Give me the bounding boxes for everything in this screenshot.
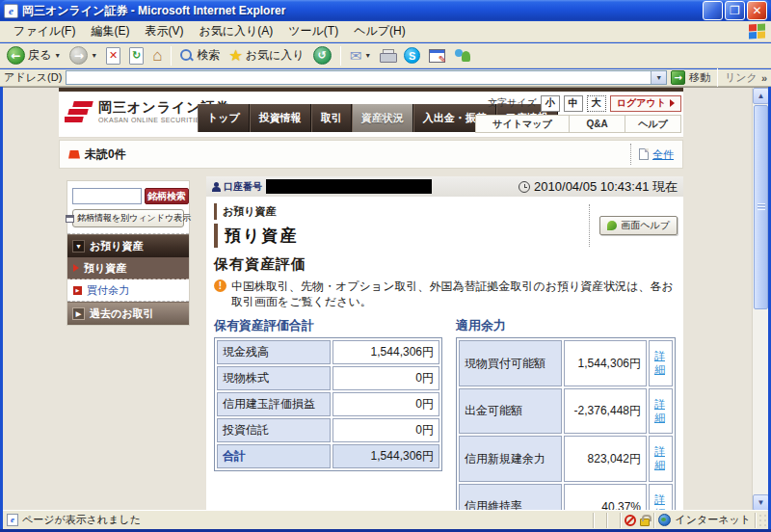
qa-button[interactable]: Q&A bbox=[569, 116, 625, 132]
scroll-thumb[interactable] bbox=[754, 105, 768, 309]
address-dropdown-icon[interactable]: ▼ bbox=[651, 71, 666, 84]
vertical-scrollbar[interactable]: ▲ ▼ bbox=[752, 88, 768, 510]
row-label: 現物買付可能額 bbox=[459, 340, 562, 386]
stop-button[interactable]: ✕ bbox=[103, 46, 123, 66]
forward-dropdown-icon[interactable]: ▼ bbox=[91, 52, 97, 59]
forward-button[interactable]: → ▼ bbox=[66, 45, 100, 66]
menu-favorites[interactable]: お気に入り(A) bbox=[191, 21, 280, 41]
help-link-button[interactable]: ヘルプ bbox=[625, 116, 680, 132]
margin-table: 現物買付可能額 1,544,306円 詳細 出金可能額 -2,376,448円 … bbox=[456, 337, 676, 510]
home-icon: ⌂ bbox=[152, 47, 162, 64]
go-icon[interactable]: → bbox=[671, 70, 685, 85]
font-size-medium-button[interactable]: 中 bbox=[564, 95, 583, 112]
skype-button[interactable]: S bbox=[401, 46, 423, 65]
links-chevron-icon[interactable]: » bbox=[761, 72, 767, 84]
sidebar-item-deposit-assets[interactable]: 預り資産 bbox=[67, 257, 189, 279]
links-label[interactable]: リンク bbox=[725, 70, 758, 85]
menu-tools[interactable]: ツール(T) bbox=[280, 21, 346, 41]
table-row: 現物買付可能額 1,544,306円 詳細 bbox=[459, 340, 673, 386]
zone-label: インターネット bbox=[675, 513, 751, 527]
logout-button[interactable]: ログアウト bbox=[610, 95, 681, 112]
menu-edit[interactable]: 編集(E) bbox=[83, 21, 137, 41]
row-value: 0円 bbox=[332, 366, 439, 390]
row-label: 投資信託 bbox=[217, 418, 331, 442]
print-button[interactable] bbox=[377, 48, 398, 63]
main-content: 口座番号 2010/04/05 10:43:41 現在 お預り資産 預り資産 画… bbox=[206, 176, 683, 510]
favorites-button[interactable]: ★ お気に入り bbox=[226, 46, 306, 65]
go-button[interactable]: 移動 bbox=[689, 70, 710, 85]
table-row: 現金残高 1,544,306円 bbox=[217, 340, 439, 364]
message-bar: 未読0件 全件 bbox=[59, 140, 683, 169]
messenger-button[interactable] bbox=[451, 47, 474, 64]
margin-table-title: 適用余力 bbox=[456, 317, 676, 334]
tab-invest-info[interactable]: 投資情報 bbox=[250, 104, 311, 132]
status-text: ページが表示されました bbox=[22, 513, 141, 527]
back-button[interactable]: ← 戻る ▼ bbox=[4, 45, 64, 66]
detail-link[interactable]: 詳細 bbox=[654, 398, 667, 425]
status-bar: e ページが表示されました インターネット bbox=[3, 510, 768, 529]
maximize-button[interactable]: ❐ bbox=[725, 1, 745, 20]
edit-button[interactable] bbox=[426, 48, 448, 64]
account-number-label: 口座番号 bbox=[224, 180, 262, 194]
page-viewport: 岡三オンライン証券 OKASAN ONLINE SECURITIES トップ 投… bbox=[3, 87, 768, 510]
detail-link[interactable]: 詳細 bbox=[654, 350, 667, 377]
warning-icon: ! bbox=[214, 279, 226, 292]
symbol-info-window-button[interactable]: 銘柄情報を別ウィンドウ表示 bbox=[72, 209, 184, 227]
tab-trade[interactable]: 取引 bbox=[311, 104, 352, 132]
sitemap-button[interactable]: サイトマップ bbox=[476, 116, 569, 132]
account-number-redacted bbox=[266, 179, 432, 194]
clock-icon bbox=[518, 181, 530, 193]
mail-dropdown-icon[interactable]: ▼ bbox=[364, 52, 371, 59]
table-row: 信用建玉評価損益 0円 bbox=[217, 392, 439, 416]
favorites-star-icon: ★ bbox=[228, 48, 242, 64]
stop-icon: ✕ bbox=[106, 47, 120, 65]
history-button[interactable]: ↺ bbox=[310, 45, 334, 66]
messenger-icon bbox=[454, 48, 471, 63]
windows-logo-icon bbox=[749, 23, 765, 40]
summary-table-title: 保有資産評価合計 bbox=[214, 317, 442, 334]
history-icon: ↺ bbox=[313, 46, 332, 65]
scroll-up-arrow[interactable]: ▲ bbox=[753, 88, 768, 104]
edit-icon bbox=[429, 49, 445, 63]
tab-asset-status[interactable]: 資産状況 bbox=[352, 104, 413, 132]
mail-button[interactable]: ✉ ▼ bbox=[347, 47, 375, 64]
row-value: -2,376,448円 bbox=[564, 388, 647, 435]
popup-window-icon bbox=[66, 215, 74, 223]
sidebar-section-assets[interactable]: ▼ お預り資産 bbox=[67, 234, 189, 257]
account-row: 口座番号 2010/04/05 10:43:41 現在 bbox=[206, 176, 683, 197]
row-label: 信用新規建余力 bbox=[459, 436, 562, 482]
minimize-button[interactable]: _ bbox=[703, 1, 723, 20]
status-pane-empty bbox=[607, 513, 621, 528]
screen-help-button[interactable]: 画面ヘルプ bbox=[599, 216, 678, 235]
all-messages-link[interactable]: 全件 bbox=[652, 147, 674, 162]
scroll-down-arrow[interactable]: ▼ bbox=[753, 494, 768, 510]
close-button[interactable]: ✕ bbox=[747, 1, 767, 20]
resize-grip[interactable] bbox=[756, 513, 768, 528]
menu-file[interactable]: ファイル(F) bbox=[6, 21, 83, 41]
row-value: 0円 bbox=[332, 418, 439, 442]
symbol-search-button[interactable]: 銘柄検索 bbox=[145, 188, 189, 204]
tab-top[interactable]: トップ bbox=[198, 104, 250, 132]
refresh-button[interactable]: ↻ bbox=[126, 46, 146, 66]
item-bullet-icon: ▶ bbox=[73, 286, 82, 295]
font-size-small-button[interactable]: 小 bbox=[541, 95, 560, 112]
address-input[interactable] bbox=[66, 71, 651, 84]
back-dropdown-icon[interactable]: ▼ bbox=[54, 52, 61, 59]
menu-view[interactable]: 表示(V) bbox=[137, 21, 191, 41]
address-label: アドレス(D) bbox=[4, 70, 62, 85]
sidebar-section-history[interactable]: ▶ 過去のお取引 bbox=[67, 302, 189, 325]
sidebar-item-buying-power[interactable]: ▶ 買付余力 bbox=[67, 279, 189, 302]
symbol-search-box: 銘柄検索 銘柄情報を別ウィンドウ表示 bbox=[67, 181, 189, 234]
status-pane-empty bbox=[594, 513, 607, 528]
detail-link[interactable]: 詳細 bbox=[654, 445, 667, 472]
symbol-search-input[interactable] bbox=[72, 188, 142, 204]
home-button[interactable]: ⌂ bbox=[149, 46, 165, 65]
search-button[interactable]: 検索 bbox=[177, 46, 223, 65]
menu-help[interactable]: ヘルプ(H) bbox=[346, 21, 413, 41]
item-arrow-icon bbox=[73, 264, 79, 272]
ssl-lock-icon bbox=[640, 519, 650, 526]
row-label: 現金残高 bbox=[217, 340, 331, 364]
detail-link[interactable]: 詳細 bbox=[654, 493, 667, 510]
toolbar-separator bbox=[171, 46, 172, 66]
font-size-large-button[interactable]: 大 bbox=[587, 95, 606, 112]
